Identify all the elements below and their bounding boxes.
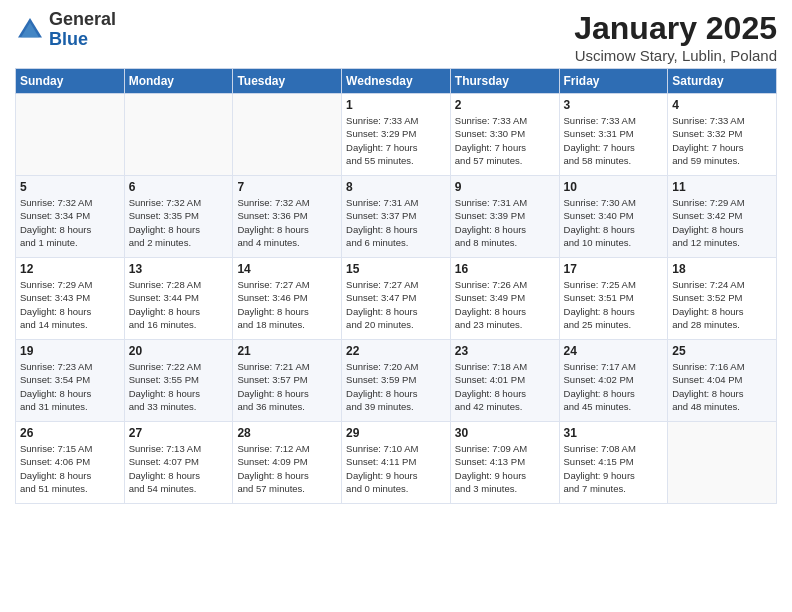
day-number: 5 <box>20 180 120 194</box>
day-info: Sunrise: 7:23 AM Sunset: 3:54 PM Dayligh… <box>20 360 120 413</box>
table-row: 19Sunrise: 7:23 AM Sunset: 3:54 PM Dayli… <box>16 340 125 422</box>
day-number: 28 <box>237 426 337 440</box>
day-info: Sunrise: 7:32 AM Sunset: 3:36 PM Dayligh… <box>237 196 337 249</box>
day-info: Sunrise: 7:33 AM Sunset: 3:29 PM Dayligh… <box>346 114 446 167</box>
table-row: 31Sunrise: 7:08 AM Sunset: 4:15 PM Dayli… <box>559 422 668 504</box>
day-info: Sunrise: 7:32 AM Sunset: 3:34 PM Dayligh… <box>20 196 120 249</box>
table-row: 28Sunrise: 7:12 AM Sunset: 4:09 PM Dayli… <box>233 422 342 504</box>
day-number: 3 <box>564 98 664 112</box>
day-info: Sunrise: 7:18 AM Sunset: 4:01 PM Dayligh… <box>455 360 555 413</box>
calendar-header-row: Sunday Monday Tuesday Wednesday Thursday… <box>16 69 777 94</box>
table-row: 16Sunrise: 7:26 AM Sunset: 3:49 PM Dayli… <box>450 258 559 340</box>
day-info: Sunrise: 7:26 AM Sunset: 3:49 PM Dayligh… <box>455 278 555 331</box>
day-number: 11 <box>672 180 772 194</box>
day-number: 16 <box>455 262 555 276</box>
table-row: 15Sunrise: 7:27 AM Sunset: 3:47 PM Dayli… <box>342 258 451 340</box>
day-info: Sunrise: 7:10 AM Sunset: 4:11 PM Dayligh… <box>346 442 446 495</box>
calendar-week-row: 12Sunrise: 7:29 AM Sunset: 3:43 PM Dayli… <box>16 258 777 340</box>
day-info: Sunrise: 7:17 AM Sunset: 4:02 PM Dayligh… <box>564 360 664 413</box>
day-number: 1 <box>346 98 446 112</box>
table-row: 18Sunrise: 7:24 AM Sunset: 3:52 PM Dayli… <box>668 258 777 340</box>
day-info: Sunrise: 7:31 AM Sunset: 3:39 PM Dayligh… <box>455 196 555 249</box>
table-row: 4Sunrise: 7:33 AM Sunset: 3:32 PM Daylig… <box>668 94 777 176</box>
header-thursday: Thursday <box>450 69 559 94</box>
title-block: January 2025 Uscimow Stary, Lublin, Pola… <box>574 10 777 64</box>
table-row: 8Sunrise: 7:31 AM Sunset: 3:37 PM Daylig… <box>342 176 451 258</box>
logo-general: General <box>49 10 116 30</box>
table-row: 12Sunrise: 7:29 AM Sunset: 3:43 PM Dayli… <box>16 258 125 340</box>
day-info: Sunrise: 7:21 AM Sunset: 3:57 PM Dayligh… <box>237 360 337 413</box>
table-row: 22Sunrise: 7:20 AM Sunset: 3:59 PM Dayli… <box>342 340 451 422</box>
day-info: Sunrise: 7:29 AM Sunset: 3:42 PM Dayligh… <box>672 196 772 249</box>
table-row: 25Sunrise: 7:16 AM Sunset: 4:04 PM Dayli… <box>668 340 777 422</box>
day-number: 9 <box>455 180 555 194</box>
day-info: Sunrise: 7:29 AM Sunset: 3:43 PM Dayligh… <box>20 278 120 331</box>
day-number: 25 <box>672 344 772 358</box>
day-number: 15 <box>346 262 446 276</box>
header-monday: Monday <box>124 69 233 94</box>
day-info: Sunrise: 7:33 AM Sunset: 3:31 PM Dayligh… <box>564 114 664 167</box>
day-number: 18 <box>672 262 772 276</box>
day-number: 6 <box>129 180 229 194</box>
day-number: 26 <box>20 426 120 440</box>
table-row: 17Sunrise: 7:25 AM Sunset: 3:51 PM Dayli… <box>559 258 668 340</box>
table-row: 13Sunrise: 7:28 AM Sunset: 3:44 PM Dayli… <box>124 258 233 340</box>
calendar-week-row: 1Sunrise: 7:33 AM Sunset: 3:29 PM Daylig… <box>16 94 777 176</box>
header-saturday: Saturday <box>668 69 777 94</box>
table-row: 23Sunrise: 7:18 AM Sunset: 4:01 PM Dayli… <box>450 340 559 422</box>
table-row <box>233 94 342 176</box>
day-number: 22 <box>346 344 446 358</box>
day-info: Sunrise: 7:30 AM Sunset: 3:40 PM Dayligh… <box>564 196 664 249</box>
day-number: 8 <box>346 180 446 194</box>
table-row <box>124 94 233 176</box>
header: General Blue January 2025 Uscimow Stary,… <box>15 10 777 64</box>
day-number: 17 <box>564 262 664 276</box>
header-friday: Friday <box>559 69 668 94</box>
day-info: Sunrise: 7:13 AM Sunset: 4:07 PM Dayligh… <box>129 442 229 495</box>
table-row: 11Sunrise: 7:29 AM Sunset: 3:42 PM Dayli… <box>668 176 777 258</box>
table-row: 9Sunrise: 7:31 AM Sunset: 3:39 PM Daylig… <box>450 176 559 258</box>
table-row: 6Sunrise: 7:32 AM Sunset: 3:35 PM Daylig… <box>124 176 233 258</box>
day-number: 4 <box>672 98 772 112</box>
table-row: 1Sunrise: 7:33 AM Sunset: 3:29 PM Daylig… <box>342 94 451 176</box>
day-number: 10 <box>564 180 664 194</box>
location-title: Uscimow Stary, Lublin, Poland <box>574 47 777 64</box>
header-tuesday: Tuesday <box>233 69 342 94</box>
day-info: Sunrise: 7:22 AM Sunset: 3:55 PM Dayligh… <box>129 360 229 413</box>
day-number: 7 <box>237 180 337 194</box>
day-number: 29 <box>346 426 446 440</box>
table-row: 29Sunrise: 7:10 AM Sunset: 4:11 PM Dayli… <box>342 422 451 504</box>
table-row: 7Sunrise: 7:32 AM Sunset: 3:36 PM Daylig… <box>233 176 342 258</box>
day-info: Sunrise: 7:09 AM Sunset: 4:13 PM Dayligh… <box>455 442 555 495</box>
day-number: 21 <box>237 344 337 358</box>
day-info: Sunrise: 7:27 AM Sunset: 3:46 PM Dayligh… <box>237 278 337 331</box>
header-wednesday: Wednesday <box>342 69 451 94</box>
day-number: 30 <box>455 426 555 440</box>
table-row: 30Sunrise: 7:09 AM Sunset: 4:13 PM Dayli… <box>450 422 559 504</box>
day-info: Sunrise: 7:16 AM Sunset: 4:04 PM Dayligh… <box>672 360 772 413</box>
day-number: 12 <box>20 262 120 276</box>
logo: General Blue <box>15 10 116 50</box>
table-row: 5Sunrise: 7:32 AM Sunset: 3:34 PM Daylig… <box>16 176 125 258</box>
header-sunday: Sunday <box>16 69 125 94</box>
table-row: 14Sunrise: 7:27 AM Sunset: 3:46 PM Dayli… <box>233 258 342 340</box>
day-number: 19 <box>20 344 120 358</box>
table-row: 24Sunrise: 7:17 AM Sunset: 4:02 PM Dayli… <box>559 340 668 422</box>
table-row: 10Sunrise: 7:30 AM Sunset: 3:40 PM Dayli… <box>559 176 668 258</box>
day-info: Sunrise: 7:27 AM Sunset: 3:47 PM Dayligh… <box>346 278 446 331</box>
table-row <box>16 94 125 176</box>
day-number: 27 <box>129 426 229 440</box>
table-row: 21Sunrise: 7:21 AM Sunset: 3:57 PM Dayli… <box>233 340 342 422</box>
day-info: Sunrise: 7:33 AM Sunset: 3:32 PM Dayligh… <box>672 114 772 167</box>
day-info: Sunrise: 7:32 AM Sunset: 3:35 PM Dayligh… <box>129 196 229 249</box>
day-number: 31 <box>564 426 664 440</box>
month-title: January 2025 <box>574 10 777 47</box>
page-container: General Blue January 2025 Uscimow Stary,… <box>0 0 792 514</box>
day-info: Sunrise: 7:08 AM Sunset: 4:15 PM Dayligh… <box>564 442 664 495</box>
day-number: 14 <box>237 262 337 276</box>
calendar-week-row: 26Sunrise: 7:15 AM Sunset: 4:06 PM Dayli… <box>16 422 777 504</box>
day-number: 24 <box>564 344 664 358</box>
calendar-week-row: 5Sunrise: 7:32 AM Sunset: 3:34 PM Daylig… <box>16 176 777 258</box>
day-number: 2 <box>455 98 555 112</box>
calendar-week-row: 19Sunrise: 7:23 AM Sunset: 3:54 PM Dayli… <box>16 340 777 422</box>
